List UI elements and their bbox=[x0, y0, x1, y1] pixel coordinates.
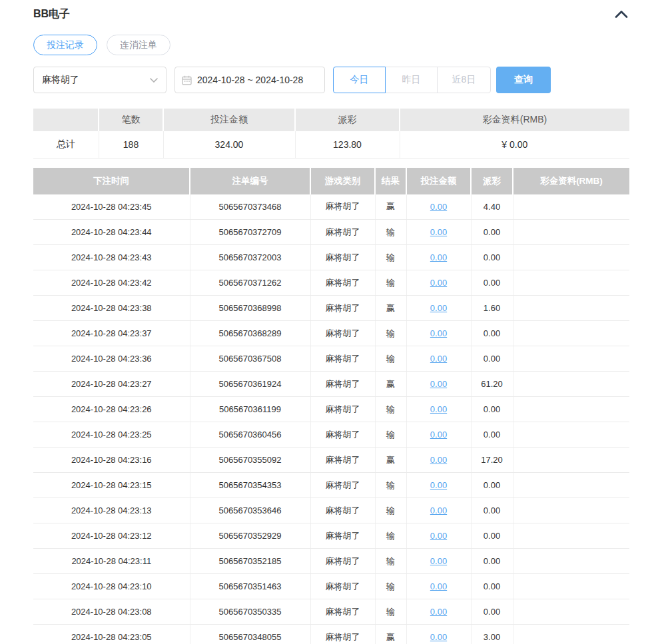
bet-amount-link[interactable]: 0.00 bbox=[430, 607, 447, 617]
cell-bet-time: 2024-10-28 04:23:05 bbox=[33, 625, 190, 644]
cell-order-number: 5065670361924 bbox=[190, 372, 310, 397]
cell-payout: 0.00 bbox=[471, 321, 513, 346]
cell-bet-amount: 0.00 bbox=[406, 599, 471, 625]
bet-amount-link[interactable]: 0.00 bbox=[430, 354, 447, 364]
bet-amount-link[interactable]: 0.00 bbox=[430, 379, 447, 389]
cell-bet-amount: 0.00 bbox=[406, 473, 471, 498]
cell-order-number: 5065670360456 bbox=[190, 422, 310, 448]
table-row: 2024-10-28 04:23:25 5065670360456 麻将胡了 输… bbox=[33, 422, 629, 448]
bet-amount-link[interactable]: 0.00 bbox=[430, 227, 447, 237]
cell-payout: 0.00 bbox=[471, 498, 513, 523]
cell-result: 输 bbox=[375, 549, 406, 574]
bet-amount-link[interactable]: 0.00 bbox=[430, 278, 447, 288]
bet-amount-link[interactable]: 0.00 bbox=[430, 556, 447, 566]
cell-order-number: 5065670353646 bbox=[190, 498, 310, 523]
cell-result: 输 bbox=[375, 599, 406, 625]
cell-bonus bbox=[513, 549, 629, 574]
tab-betting-records[interactable]: 投注记录 bbox=[33, 35, 97, 55]
cell-bet-amount: 0.00 bbox=[406, 397, 471, 422]
tab-cancelled-orders[interactable]: 连消注单 bbox=[107, 35, 170, 55]
bet-amount-link[interactable]: 0.00 bbox=[430, 581, 447, 591]
query-button[interactable]: 查询 bbox=[496, 67, 551, 93]
cell-result: 输 bbox=[375, 220, 406, 245]
cell-bonus bbox=[513, 220, 629, 245]
cell-order-number: 5065670351463 bbox=[190, 574, 310, 599]
cell-result: 赢 bbox=[375, 194, 406, 220]
cell-payout: 0.00 bbox=[471, 397, 513, 422]
bet-amount-link[interactable]: 0.00 bbox=[430, 531, 447, 541]
cell-result: 输 bbox=[375, 523, 406, 549]
cell-order-number: 5065670350335 bbox=[190, 599, 310, 625]
cell-bet-amount: 0.00 bbox=[406, 422, 471, 448]
cell-game-type: 麻将胡了 bbox=[310, 599, 375, 625]
cell-payout: 0.00 bbox=[471, 220, 513, 245]
cell-bonus bbox=[513, 270, 629, 296]
summary-table: 笔数 投注金额 派彩 彩金资料(RMB) 总计 188 324.00 123.8… bbox=[33, 109, 629, 159]
cell-bonus bbox=[513, 448, 629, 473]
cell-bonus bbox=[513, 372, 629, 397]
cell-bet-time: 2024-10-28 04:23:26 bbox=[33, 397, 190, 422]
summary-total-count: 188 bbox=[99, 131, 163, 158]
cell-game-type: 麻将胡了 bbox=[310, 346, 375, 372]
bet-amount-link[interactable]: 0.00 bbox=[430, 303, 447, 313]
page-title: BB电子 bbox=[33, 7, 70, 21]
table-row: 2024-10-28 04:23:16 5065670355092 麻将胡了 赢… bbox=[33, 448, 629, 473]
cell-game-type: 麻将胡了 bbox=[310, 523, 375, 549]
summary-total-label: 总计 bbox=[33, 131, 99, 158]
cell-order-number: 5065670352929 bbox=[190, 523, 310, 549]
cell-bet-amount: 0.00 bbox=[406, 296, 471, 321]
table-row: 2024-10-28 04:23:38 5065670368998 麻将胡了 赢… bbox=[33, 296, 629, 321]
quick-button-yesterday[interactable]: 昨日 bbox=[385, 67, 438, 93]
quick-button-last8days[interactable]: 近8日 bbox=[437, 67, 491, 93]
cell-order-number: 5065670368289 bbox=[190, 321, 310, 346]
cell-game-type: 麻将胡了 bbox=[310, 448, 375, 473]
cell-bet-amount: 0.00 bbox=[406, 270, 471, 296]
cell-game-type: 麻将胡了 bbox=[310, 574, 375, 599]
table-row: 2024-10-28 04:23:26 5065670361199 麻将胡了 输… bbox=[33, 397, 629, 422]
date-range-input[interactable]: 2024-10-28 ~ 2024-10-28 bbox=[174, 67, 325, 93]
cell-bet-amount: 0.00 bbox=[406, 625, 471, 644]
cell-result: 输 bbox=[375, 346, 406, 372]
cell-bet-amount: 0.00 bbox=[406, 523, 471, 549]
bet-amount-link[interactable]: 0.00 bbox=[430, 455, 447, 465]
bet-amount-link[interactable]: 0.00 bbox=[430, 202, 447, 212]
summary-header-bet-amount: 投注金额 bbox=[163, 109, 295, 131]
cell-payout: 61.20 bbox=[471, 372, 513, 397]
chevron-up-icon bbox=[615, 11, 628, 18]
cell-bet-amount: 0.00 bbox=[406, 346, 471, 372]
cell-result: 输 bbox=[375, 397, 406, 422]
caret-down-icon bbox=[150, 78, 158, 83]
bet-amount-link[interactable]: 0.00 bbox=[430, 480, 447, 490]
cell-order-number: 5065670368998 bbox=[190, 296, 310, 321]
cell-bonus bbox=[513, 498, 629, 523]
collapse-button[interactable] bbox=[613, 9, 629, 19]
bet-amount-link[interactable]: 0.00 bbox=[430, 632, 447, 642]
betting-panel: BB电子 投注记录 连消注单 麻将胡了 bbox=[0, 0, 664, 644]
game-select[interactable]: 麻将胡了 bbox=[33, 67, 166, 93]
cell-bet-amount: 0.00 bbox=[406, 549, 471, 574]
cell-result: 输 bbox=[375, 473, 406, 498]
cell-order-number: 5065670348055 bbox=[190, 625, 310, 644]
cell-order-number: 5065670352185 bbox=[190, 549, 310, 574]
cell-order-number: 5065670361199 bbox=[190, 397, 310, 422]
table-row: 2024-10-28 04:23:10 5065670351463 麻将胡了 输… bbox=[33, 574, 629, 599]
cell-game-type: 麻将胡了 bbox=[310, 220, 375, 245]
cell-bet-time: 2024-10-28 04:23:10 bbox=[33, 574, 190, 599]
cell-bet-amount: 0.00 bbox=[406, 574, 471, 599]
cell-bonus bbox=[513, 473, 629, 498]
quick-button-today[interactable]: 今日 bbox=[333, 67, 386, 93]
table-row: 2024-10-28 04:23:37 5065670368289 麻将胡了 输… bbox=[33, 321, 629, 346]
bet-amount-link[interactable]: 0.00 bbox=[430, 404, 447, 414]
bet-amount-link[interactable]: 0.00 bbox=[430, 252, 447, 262]
summary-total-payout: 123.80 bbox=[295, 131, 400, 158]
bet-amount-link[interactable]: 0.00 bbox=[430, 430, 447, 440]
cell-game-type: 麻将胡了 bbox=[310, 422, 375, 448]
cell-result: 输 bbox=[375, 498, 406, 523]
bet-amount-link[interactable]: 0.00 bbox=[430, 505, 447, 515]
cell-payout: 0.00 bbox=[471, 270, 513, 296]
cell-bet-amount: 0.00 bbox=[406, 220, 471, 245]
cell-bet-amount: 0.00 bbox=[406, 448, 471, 473]
bet-amount-link[interactable]: 0.00 bbox=[430, 328, 447, 338]
cell-bet-time: 2024-10-28 04:23:38 bbox=[33, 296, 190, 321]
cell-bet-time: 2024-10-28 04:23:45 bbox=[33, 194, 190, 220]
